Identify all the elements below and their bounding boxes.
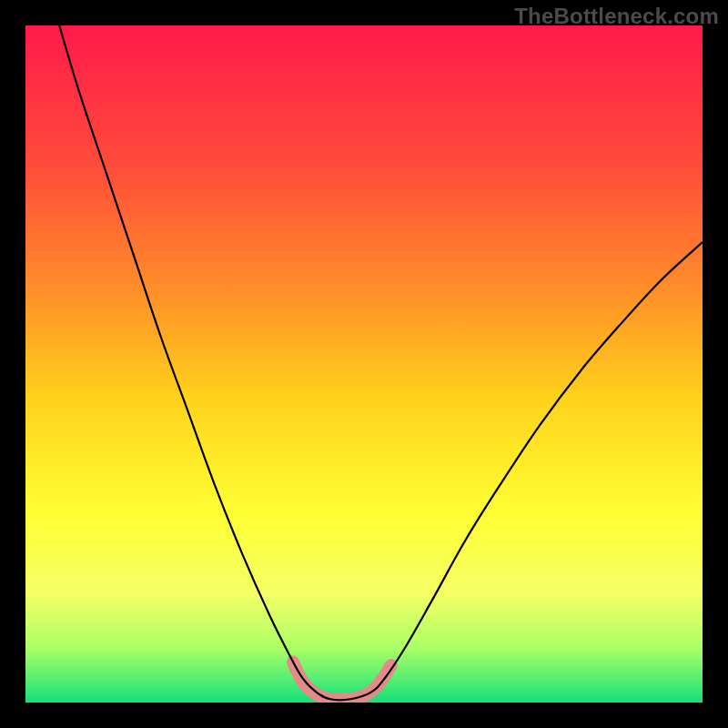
chart-plot: [25, 25, 703, 703]
chart-frame: TheBottleneck.com: [0, 0, 728, 728]
chart-background: [25, 25, 703, 703]
